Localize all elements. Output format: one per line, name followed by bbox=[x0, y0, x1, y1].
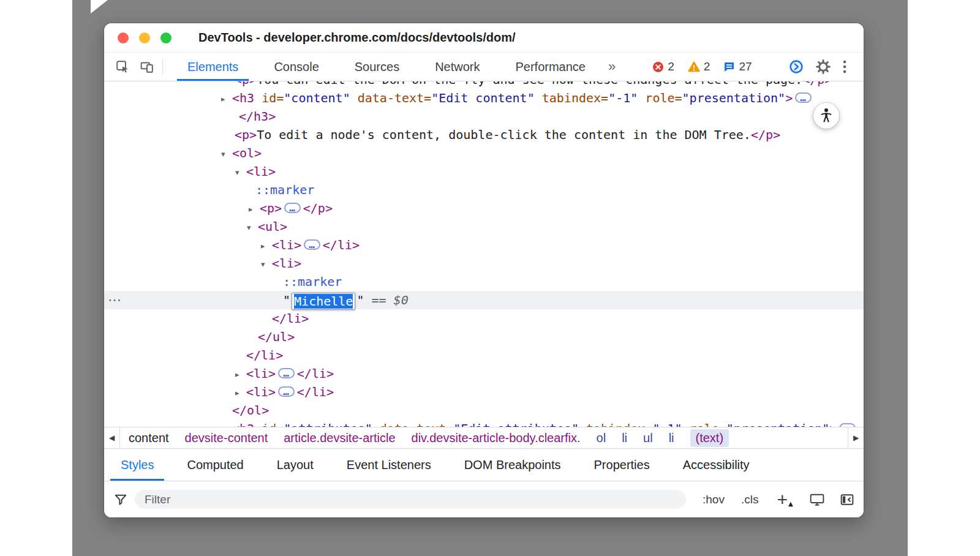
dom-tree-row[interactable]: </ul> bbox=[104, 328, 864, 346]
tab-network[interactable]: Network bbox=[417, 53, 497, 81]
code-token: <li> bbox=[246, 164, 276, 179]
show-more-icon[interactable]: … bbox=[278, 368, 295, 378]
tab-performance[interactable]: Performance bbox=[498, 53, 604, 81]
show-more-icon[interactable]: … bbox=[795, 92, 812, 103]
breadcrumb-item[interactable]: div.devsite-article-body.clearfix. bbox=[412, 431, 581, 445]
breadcrumb-item[interactable]: (text) bbox=[690, 429, 729, 447]
expand-arrow-icon[interactable]: ▸ bbox=[235, 384, 246, 402]
dom-tree-row[interactable]: ▾<ol> bbox=[104, 144, 864, 162]
sidebar-tab-accessibility[interactable]: Accessibility bbox=[666, 449, 766, 481]
selected-text: Michelle bbox=[294, 294, 353, 309]
code-token: </li> bbox=[297, 385, 334, 399]
code-token: </li> bbox=[323, 238, 360, 252]
expand-arrow-icon[interactable]: ▸ bbox=[221, 90, 232, 108]
error-count: 2 bbox=[668, 60, 674, 73]
breadcrumb-item[interactable]: article.devsite-article bbox=[284, 431, 395, 445]
dom-tree-row[interactable]: <p>You can edit the DOM on the fly and s… bbox=[104, 81, 864, 89]
collapse-arrow-icon[interactable]: ▾ bbox=[221, 145, 232, 163]
issues-badge[interactable]: 27 bbox=[723, 60, 752, 73]
dom-tree-row[interactable]: ▾<ul> bbox=[104, 217, 864, 236]
dom-tree-row[interactable]: ▾<li> bbox=[104, 254, 864, 272]
toggle-element-state-button[interactable]: :hov bbox=[703, 493, 725, 506]
collapse-arrow-icon[interactable]: ▾ bbox=[247, 219, 258, 237]
code-token: "presentation" bbox=[726, 421, 830, 427]
collapse-arrow-icon[interactable]: ▾ bbox=[261, 255, 272, 274]
expand-arrow-icon[interactable]: ▸ bbox=[261, 237, 272, 255]
dom-tree-row[interactable]: ▸<h2 id="attributes" data-text="Edit att… bbox=[104, 419, 864, 427]
sidebar-tab-computed[interactable]: Computed bbox=[170, 449, 260, 481]
toggle-sidebar-panel-icon[interactable] bbox=[840, 494, 854, 506]
rendering-emulations-icon[interactable] bbox=[810, 493, 824, 506]
breadcrumb-item[interactable]: ul bbox=[643, 431, 653, 445]
breadcrumb-item[interactable]: ol bbox=[597, 431, 606, 445]
settings-gear-icon[interactable] bbox=[816, 59, 831, 74]
code-token: </li> bbox=[246, 348, 283, 363]
code-token: data-text= bbox=[372, 421, 453, 427]
warning-badge[interactable]: 2 bbox=[688, 60, 710, 73]
dom-tree-row[interactable]: ⋯"Michelle" == $0 bbox=[104, 291, 864, 309]
code-token: <h2 bbox=[232, 421, 254, 427]
breadcrumb-item[interactable]: li bbox=[622, 431, 627, 445]
show-more-icon[interactable]: … bbox=[839, 423, 856, 427]
show-more-icon[interactable]: … bbox=[304, 239, 320, 250]
breadcrumb-item[interactable]: li bbox=[669, 431, 674, 445]
breadcrumb-scroll-right-button[interactable]: ▶ bbox=[848, 427, 864, 448]
more-tabs-button[interactable]: » bbox=[603, 59, 620, 75]
dom-tree-row[interactable]: ▾<li> bbox=[104, 162, 864, 181]
sidebar-tab-layout[interactable]: Layout bbox=[260, 449, 330, 481]
styles-filter-input[interactable] bbox=[135, 490, 686, 509]
extension-icon[interactable] bbox=[789, 59, 804, 74]
dom-tree-row[interactable]: ▸<li>…</li> bbox=[104, 236, 864, 254]
tab-sources[interactable]: Sources bbox=[337, 53, 417, 81]
sidebar-tab-styles[interactable]: Styles bbox=[104, 449, 170, 481]
sidebar-tabs: StylesComputedLayoutEvent ListenersDOM B… bbox=[104, 449, 864, 481]
dom-tree-row[interactable]: <p>To edit a node's content, double-clic… bbox=[104, 126, 864, 144]
dom-tree-row[interactable]: </ol> bbox=[104, 401, 864, 419]
minimize-window-button[interactable] bbox=[139, 32, 150, 43]
node-text-editor[interactable]: Michelle bbox=[292, 293, 355, 310]
show-more-icon[interactable]: … bbox=[284, 203, 301, 213]
zoom-window-button[interactable] bbox=[160, 32, 172, 43]
kebab-menu-icon[interactable] bbox=[843, 59, 846, 74]
code-token: "-1" bbox=[608, 91, 638, 105]
breadcrumb-scroll-left-button[interactable]: ◀ bbox=[104, 427, 120, 448]
breadcrumb-item[interactable]: content bbox=[129, 431, 169, 445]
close-window-button[interactable] bbox=[118, 32, 129, 43]
error-badge[interactable]: 2 bbox=[652, 60, 674, 73]
expand-arrow-icon[interactable]: ▸ bbox=[249, 200, 260, 219]
dom-tree-row[interactable]: </li> bbox=[104, 309, 864, 328]
code-token: <li> bbox=[272, 238, 301, 252]
expand-arrow-icon[interactable]: ▸ bbox=[221, 421, 232, 427]
code-token: </ul> bbox=[258, 329, 295, 344]
code-token: role= bbox=[638, 91, 682, 105]
breadcrumb-item[interactable]: devsite-content bbox=[185, 431, 268, 445]
plus-icon: + bbox=[777, 490, 788, 509]
sidebar-tab-properties[interactable]: Properties bbox=[578, 449, 666, 481]
code-token: "Edit content" bbox=[431, 91, 535, 105]
dom-tree-row[interactable]: ::marker bbox=[104, 181, 864, 199]
dom-tree: <p>You can edit the DOM on the fly and s… bbox=[104, 81, 864, 427]
dom-tree-row[interactable]: ::marker bbox=[104, 272, 864, 291]
new-style-rule-button[interactable]: + ▲ bbox=[777, 490, 793, 509]
warning-icon bbox=[688, 61, 700, 72]
code-token: tabindex= bbox=[535, 91, 608, 105]
expand-arrow-icon[interactable]: ▸ bbox=[235, 366, 246, 384]
code-token: role= bbox=[682, 421, 726, 427]
sidebar-tab-dom-breakpoints[interactable]: DOM Breakpoints bbox=[448, 449, 578, 481]
tab-elements[interactable]: Elements bbox=[170, 53, 256, 81]
breadcrumb-list: contentdevsite-contentarticle.devsite-ar… bbox=[120, 429, 737, 447]
sidebar-tab-event-listeners[interactable]: Event Listeners bbox=[330, 449, 448, 481]
dom-tree-row[interactable]: ▸<li>…</li> bbox=[104, 383, 864, 401]
dom-tree-row[interactable]: </li> bbox=[104, 346, 864, 364]
dom-tree-row[interactable]: ▸<p>…</p> bbox=[104, 199, 864, 217]
node-more-actions-icon[interactable]: ⋯ bbox=[108, 291, 122, 309]
show-more-icon[interactable]: … bbox=[278, 386, 295, 397]
dom-tree-row[interactable]: ▸<li>…</li> bbox=[104, 364, 864, 383]
collapse-arrow-icon[interactable]: ▾ bbox=[235, 163, 246, 182]
dom-tree-row[interactable]: </h3> bbox=[104, 107, 864, 126]
inspect-element-icon[interactable] bbox=[110, 54, 135, 79]
dom-tree-row[interactable]: ▸<h3 id="content" data-text="Edit conten… bbox=[104, 89, 864, 107]
device-toolbar-icon[interactable] bbox=[135, 54, 159, 79]
tab-console[interactable]: Console bbox=[256, 53, 336, 81]
element-classes-button[interactable]: .cls bbox=[741, 493, 759, 506]
